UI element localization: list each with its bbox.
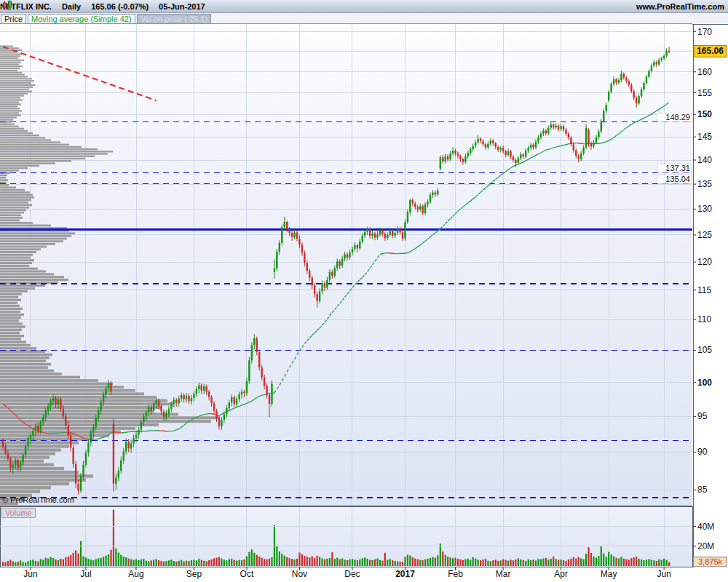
svg-text:105: 105 xyxy=(697,345,712,355)
tab-volume[interactable]: Volume xyxy=(1,508,36,518)
price-chart[interactable]: 8590951001051101151201251301351401451501… xyxy=(0,0,728,582)
moving-average-line xyxy=(3,103,669,439)
svg-text:155: 155 xyxy=(697,88,712,98)
svg-text:165.06: 165.06 xyxy=(697,46,724,56)
svg-text:Aug: Aug xyxy=(128,569,143,579)
svg-text:148.29: 148.29 xyxy=(665,113,690,121)
svg-text:160: 160 xyxy=(697,67,712,77)
svg-text:Oct: Oct xyxy=(240,569,254,579)
svg-text:Sep: Sep xyxy=(186,569,202,579)
time-axis[interactable]: JunJulAugSepOctNovDec2017FebMarAprMayJun xyxy=(0,567,692,580)
svg-text:Dec: Dec xyxy=(344,569,360,579)
svg-text:2017: 2017 xyxy=(395,569,415,579)
svg-text:137.31: 137.31 xyxy=(665,164,690,172)
svg-text:90: 90 xyxy=(697,447,708,457)
volume-bars xyxy=(2,509,670,566)
svg-text:Mar: Mar xyxy=(496,569,511,579)
copyright-label: © ProRealTime.com xyxy=(2,495,74,504)
last-price-marker: 165.06 xyxy=(694,45,727,57)
svg-text:170: 170 xyxy=(697,27,712,37)
svg-text:110: 110 xyxy=(697,314,711,324)
svg-text:95: 95 xyxy=(697,411,708,421)
svg-text:135: 135 xyxy=(697,179,712,189)
svg-text:125: 125 xyxy=(697,230,712,240)
svg-text:120: 120 xyxy=(697,257,712,267)
svg-text:145: 145 xyxy=(697,132,712,142)
svg-text:135.04: 135.04 xyxy=(665,175,690,183)
svg-text:150: 150 xyxy=(697,109,712,119)
svg-text:20M: 20M xyxy=(697,541,714,551)
price-levels[interactable] xyxy=(0,122,692,498)
svg-text:Jun: Jun xyxy=(657,569,670,579)
svg-text:130: 130 xyxy=(697,204,712,214)
svg-text:May: May xyxy=(601,569,617,579)
svg-text:100: 100 xyxy=(697,378,712,388)
svg-text:115: 115 xyxy=(697,285,711,295)
svg-text:140: 140 xyxy=(697,155,712,165)
svg-text:Jul: Jul xyxy=(80,569,91,579)
svg-text:Apr: Apr xyxy=(554,569,568,579)
svg-text:85: 85 xyxy=(697,485,708,495)
svg-text:Nov: Nov xyxy=(292,569,307,579)
prorealtime-chart-window: { "header": { "symbol": "NETFLIX INC.", … xyxy=(0,0,728,582)
svg-text:40M: 40M xyxy=(697,522,714,532)
svg-text:Feb: Feb xyxy=(448,569,463,579)
svg-text:Jun: Jun xyxy=(23,569,37,579)
price-axis[interactable]: 8590951001051101151201251301351401451501… xyxy=(657,27,712,495)
svg-text:3,875k: 3,875k xyxy=(698,557,723,566)
